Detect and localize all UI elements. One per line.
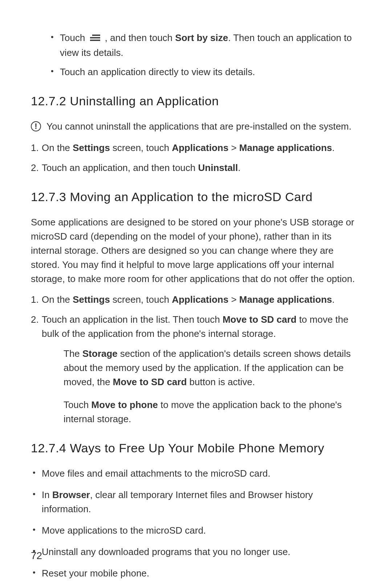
text: On the (42, 142, 73, 153)
list-item: In Browser, clear all temporary Internet… (31, 488, 361, 516)
sub-paragraph: The Storage section of the application's… (64, 347, 361, 389)
list-item: Touch an application in the list. Then t… (31, 313, 361, 426)
ordered-list-uninstall: On the Settings screen, touch Applicatio… (31, 141, 361, 175)
text: Touch an application in the list. Then t… (42, 314, 222, 325)
alert-icon: ! (31, 121, 41, 131)
text: On the (42, 294, 73, 305)
bold-text: Storage (82, 348, 118, 359)
section-heading-freeup: 12.7.4 Ways to Free Up Your Mobile Phone… (31, 439, 361, 457)
bold-text: Settings (73, 142, 110, 153)
bold-text: Applications (172, 294, 228, 305)
list-item: Uninstall any downloaded programs that y… (31, 545, 361, 559)
freeup-bullet-list: Move files and email attachments to the … (31, 466, 361, 580)
ordered-list-move: On the Settings screen, touch Applicatio… (31, 293, 361, 426)
text: Touch an application, and then touch (42, 162, 198, 173)
indent-block: The Storage section of the application's… (42, 347, 361, 426)
list-item: Move applications to the microSD card. (31, 523, 361, 538)
list-item: On the Settings screen, touch Applicatio… (31, 293, 361, 307)
sub-paragraph: Touch Move to phone to move the applicat… (64, 398, 361, 426)
list-item: Reset your mobile phone. (31, 566, 361, 580)
bold-text: Manage applications (239, 142, 332, 153)
list-item: On the Settings screen, touch Applicatio… (31, 141, 361, 155)
bold-text: Move to SD card (113, 376, 187, 387)
text: screen, touch (110, 142, 172, 153)
section-heading-moving: 12.7.3 Moving an Application to the micr… (31, 188, 361, 206)
page-number: 72 (31, 550, 42, 562)
text: . (238, 162, 241, 173)
text: screen, touch (110, 294, 172, 305)
text: Touch (64, 399, 91, 410)
section-heading-uninstalling: 12.7.2 Uninstalling an Application (31, 92, 361, 110)
bold-text: Move to SD card (222, 314, 297, 325)
note-row: ! You cannot uninstall the applications … (31, 119, 361, 134)
bold-text: Browser (52, 489, 90, 500)
text: , and then touch (105, 32, 175, 43)
bold-text: Move to phone (91, 399, 158, 410)
list-item: Touch an application, and then touch Uni… (31, 161, 361, 175)
text: . (332, 294, 335, 305)
bold-text: Uninstall (198, 162, 238, 173)
text: Touch (60, 32, 88, 43)
text: button is active. (187, 376, 255, 387)
list-item: Touch an application directly to view it… (51, 65, 361, 79)
text: > (228, 142, 239, 153)
top-bullet-list: Touch , and then touch Sort by size. The… (31, 31, 361, 79)
bold-text: Settings (73, 294, 110, 305)
text: > (228, 294, 239, 305)
bold-text: Manage applications (239, 294, 332, 305)
page-content: Touch , and then touch Sort by size. The… (31, 31, 361, 580)
list-item: Move files and email attachments to the … (31, 466, 361, 481)
text: . (332, 142, 335, 153)
list-item: Touch , and then touch Sort by size. The… (51, 31, 361, 60)
note-text: You cannot uninstall the applications th… (46, 119, 351, 134)
bold-text: Sort by size (175, 32, 228, 43)
text: The (64, 348, 82, 359)
bold-text: Applications (172, 142, 228, 153)
intro-paragraph: Some applications are designed to be sto… (31, 215, 361, 286)
menu-icon (90, 32, 100, 46)
text: In (42, 489, 52, 500)
